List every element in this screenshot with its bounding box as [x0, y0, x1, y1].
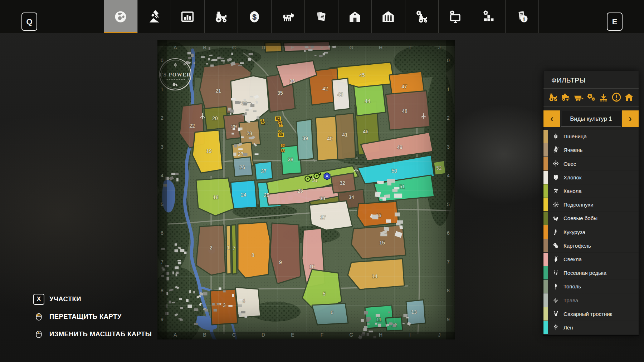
crop-row-cotton[interactable]: Хлопок — [543, 171, 639, 184]
svg-text:8: 8 — [447, 288, 450, 293]
filter-warning-icon[interactable] — [611, 92, 622, 103]
field-number-24: 24 — [241, 192, 247, 198]
barn-icon — [347, 9, 362, 24]
field-number-18: 18 — [213, 194, 219, 200]
crop-color-swatch — [543, 266, 548, 279]
parcel-number-63: 63 — [280, 143, 285, 148]
hint-drag-label: ПЕРЕТАЩИТЬ КАРТУ — [49, 313, 122, 321]
filter-download-icon[interactable] — [598, 92, 609, 103]
crop-label: Канола — [564, 188, 581, 194]
filter-tractor-icon[interactable] — [548, 92, 558, 103]
field-number-23: 23 — [297, 188, 303, 194]
top-toolbar: Q $i E — [0, 0, 644, 33]
tab-vehicle-settings[interactable] — [405, 0, 439, 33]
flax-icon — [552, 323, 560, 332]
filter-harvester-icon[interactable] — [560, 92, 571, 103]
crop-label: Овес — [564, 161, 576, 167]
tab-contracts[interactable] — [304, 0, 338, 33]
svg-text:G: G — [350, 45, 353, 50]
map-field-15[interactable] — [351, 225, 406, 259]
hint-parcels-label: УЧАСТКИ — [49, 295, 81, 303]
category-prev-button[interactable]: ‹ — [543, 110, 560, 127]
crop-row-barley[interactable]: Ячмень — [543, 143, 639, 157]
crop-row-sunflower[interactable]: Подсолнухи — [543, 198, 639, 211]
crop-row-beet[interactable]: Свекла — [543, 253, 639, 266]
field-number-33: 33 — [319, 195, 325, 201]
hint-zoom-map: ИЗМЕНИТЬ МАСШТАБ КАРТЫ — [33, 328, 152, 340]
svg-text:A: A — [174, 332, 177, 338]
svg-text:9: 9 — [161, 317, 164, 322]
crop-color-swatch — [543, 239, 548, 252]
svg-text:I: I — [409, 45, 411, 50]
svg-text:C: C — [232, 45, 236, 50]
crop-color-swatch — [543, 157, 548, 170]
map-field-48[interactable] — [386, 91, 430, 130]
crop-row-wheat[interactable]: Пшеница — [543, 130, 639, 143]
field-number-13: 13 — [411, 309, 417, 315]
filters-title: ФИЛЬТРЫ — [543, 71, 639, 88]
crop-row-potato[interactable]: Картофель — [543, 239, 639, 252]
cotton-icon — [552, 173, 560, 182]
field-number-19: 19 — [206, 148, 212, 154]
field-number-34: 34 — [348, 194, 354, 200]
crop-label: Ячмень — [564, 147, 582, 153]
map-field-9[interactable] — [270, 223, 301, 284]
tab-statistics[interactable] — [171, 0, 204, 33]
tab-staff[interactable] — [371, 0, 405, 33]
field-number-50: 50 — [391, 168, 397, 174]
field-number-15: 15 — [379, 240, 385, 246]
field-number-25: 25 — [264, 192, 269, 198]
hint-zoom-label: ИЗМЕНИТЬ МАСШТАБ КАРТЫ — [49, 330, 152, 338]
map-field-17[interactable] — [309, 201, 352, 230]
crop-label: Хлопок — [564, 174, 581, 180]
menu-next-keycap: E — [607, 13, 623, 31]
crop-color-swatch — [543, 293, 548, 307]
svg-text:F: F — [321, 332, 324, 338]
svg-text:4: 4 — [161, 173, 164, 178]
crop-row-canola[interactable]: Канола — [543, 184, 639, 198]
crop-row-oats[interactable]: Овес — [543, 157, 639, 170]
tab-display-settings[interactable] — [438, 0, 472, 33]
crop-row-corn[interactable]: Кукуруза — [543, 225, 639, 238]
svg-text:D: D — [262, 45, 265, 50]
crop-color-swatch — [543, 212, 548, 225]
filter-house-icon[interactable] — [624, 92, 634, 103]
sugarcane-icon — [552, 309, 560, 318]
filter-trailer-icon[interactable] — [573, 92, 584, 103]
field-number-22: 22 — [189, 123, 195, 129]
tab-animals[interactable] — [271, 0, 305, 33]
crop-row-flax[interactable]: Лён — [543, 321, 639, 334]
crop-row-grass[interactable]: Трава — [543, 293, 639, 307]
field-number-5: 5 — [323, 291, 326, 297]
crop-color-swatch — [543, 321, 548, 334]
crop-color-swatch — [543, 198, 548, 211]
tab-production[interactable] — [338, 0, 372, 33]
svg-text:G: G — [350, 332, 353, 338]
field-number-32: 32 — [340, 180, 345, 186]
map-field-8[interactable] — [238, 222, 270, 278]
control-hints: X УЧАСТКИ ПЕРЕТАЩИТЬ КАРТУ ИЗМЕНИТЬ МАСШ… — [33, 293, 152, 346]
tab-finances[interactable]: $ — [238, 0, 271, 33]
farm-map-svg[interactable]: 2130222029281927263724251838394041464445… — [157, 40, 455, 339]
crop-row-radish[interactable]: Посевная редька — [543, 266, 639, 279]
tab-precision-farming[interactable] — [137, 0, 171, 33]
crop-color-swatch — [543, 225, 548, 238]
crop-row-soybean[interactable]: Соевые бобы — [543, 212, 639, 225]
map-field-6[interactable] — [312, 303, 348, 325]
field-number-46: 46 — [363, 129, 369, 134]
svg-text:E: E — [291, 45, 294, 50]
crop-row-poplar[interactable]: Тополь — [543, 280, 639, 293]
category-next-button[interactable]: › — [622, 110, 639, 127]
svg-text:$: $ — [252, 12, 257, 21]
tab-vehicles[interactable] — [204, 0, 238, 33]
tab-map[interactable] — [104, 0, 137, 33]
tab-general-settings[interactable] — [472, 0, 506, 33]
crop-row-sugarcane[interactable]: Сахарный тростник — [543, 307, 639, 321]
crop-label: Картофель — [564, 243, 591, 249]
tab-help[interactable]: i — [505, 0, 539, 33]
filter-gears-icon[interactable] — [586, 92, 596, 103]
field-number-28: 28 — [247, 130, 252, 136]
documents-icon — [314, 9, 329, 24]
corn-icon — [552, 228, 560, 236]
map-view[interactable]: 2130222029281927263724251838394041464445… — [157, 40, 455, 339]
